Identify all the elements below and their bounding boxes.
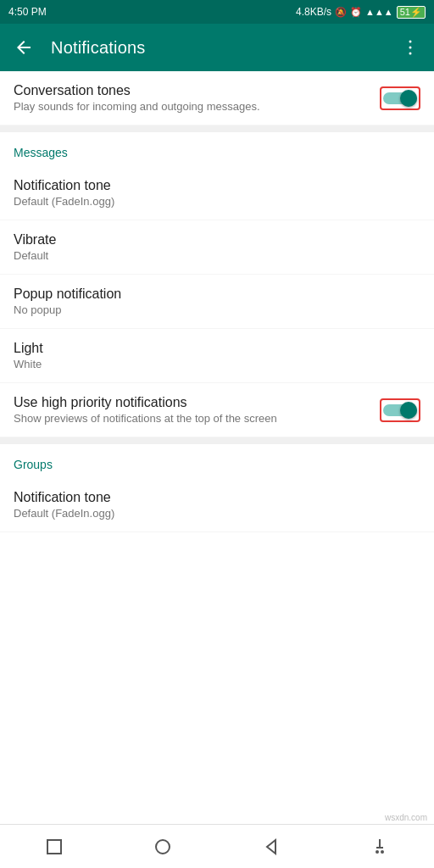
- setting-popup-notification[interactable]: Popup notification No popup: [0, 275, 434, 329]
- svg-point-10: [381, 850, 384, 854]
- network-speed: 4.8KB/s: [296, 6, 331, 18]
- setting-subtitle-high-priority: Show previews of notifications at the to…: [14, 412, 380, 425]
- setting-text-conversation-tones: Conversation tones Play sounds for incom…: [14, 83, 380, 113]
- setting-title-vibrate: Vibrate: [14, 232, 420, 248]
- setting-title-high-priority: Use high priority notifications: [14, 395, 380, 410]
- nav-square-button[interactable]: [31, 825, 78, 869]
- toggle-thumb-2: [400, 402, 417, 419]
- toggle-high-priority[interactable]: [383, 401, 417, 420]
- section-header-messages: Messages: [0, 132, 434, 166]
- toggle-conversation-tones-wrapper[interactable]: [380, 86, 420, 110]
- status-bar: 4:50 PM 4.8KB/s 🔕 ⏰ ▲▲▲ 51⚡: [0, 0, 434, 24]
- svg-point-9: [376, 850, 379, 854]
- nav-back-button[interactable]: [248, 825, 295, 869]
- content-area: Conversation tones Play sounds for incom…: [0, 71, 434, 811]
- svg-point-2: [409, 53, 412, 55]
- setting-text-high-priority: Use high priority notifications Show pre…: [14, 395, 380, 425]
- status-time: 4:50 PM: [8, 6, 47, 18]
- mute-icon: 🔕: [335, 7, 347, 18]
- section-top: Conversation tones Play sounds for incom…: [0, 71, 434, 125]
- setting-light[interactable]: Light White: [0, 329, 434, 383]
- svg-rect-3: [47, 840, 61, 854]
- section-groups: Groups Notification tone Default (FadeIn…: [0, 444, 434, 532]
- toggle-high-priority-wrapper[interactable]: [380, 398, 420, 422]
- more-options-button[interactable]: [393, 31, 427, 64]
- watermark: wsxdn.com: [0, 811, 434, 824]
- svg-point-0: [409, 41, 412, 43]
- setting-vibrate[interactable]: Vibrate Default: [0, 220, 434, 275]
- nav-recents-button[interactable]: [356, 825, 403, 869]
- setting-text-popup-notification: Popup notification No popup: [14, 287, 420, 316]
- signal-icon: ▲▲▲: [365, 7, 393, 17]
- setting-subtitle-vibrate: Default: [14, 249, 420, 262]
- back-button[interactable]: [7, 31, 41, 64]
- setting-title-popup-notification: Popup notification: [14, 287, 420, 302]
- setting-subtitle-groups-notification-tone: Default (FadeIn.ogg): [14, 507, 420, 520]
- setting-title-notification-tone: Notification tone: [14, 178, 420, 193]
- setting-high-priority[interactable]: Use high priority notifications Show pre…: [0, 383, 434, 437]
- svg-point-4: [156, 840, 170, 854]
- battery-icon: 51⚡: [397, 6, 426, 19]
- setting-text-light: Light White: [14, 341, 420, 370]
- page-title: Notifications: [51, 38, 383, 58]
- status-bar-left: 4:50 PM: [8, 6, 47, 18]
- setting-title-light: Light: [14, 341, 420, 356]
- setting-text-vibrate: Vibrate Default: [14, 232, 420, 262]
- setting-notification-tone[interactable]: Notification tone Default (FadeIn.ogg): [0, 166, 434, 220]
- setting-title-groups-notification-tone: Notification tone: [14, 490, 420, 505]
- setting-conversation-tones[interactable]: Conversation tones Play sounds for incom…: [0, 71, 434, 125]
- svg-point-1: [409, 47, 412, 49]
- setting-subtitle-notification-tone: Default (FadeIn.ogg): [14, 195, 420, 208]
- setting-groups-notification-tone[interactable]: Notification tone Default (FadeIn.ogg): [0, 478, 434, 532]
- nav-home-button[interactable]: [139, 825, 186, 869]
- divider-groups: [0, 437, 434, 444]
- app-bar: Notifications: [0, 24, 434, 71]
- setting-subtitle-conversation-tones: Play sounds for incoming and outgoing me…: [14, 100, 380, 113]
- svg-marker-5: [267, 840, 275, 854]
- status-bar-right: 4.8KB/s 🔕 ⏰ ▲▲▲ 51⚡: [296, 6, 426, 19]
- setting-subtitle-popup-notification: No popup: [14, 303, 420, 316]
- section-messages: Messages Notification tone Default (Fade…: [0, 132, 434, 437]
- bottom-nav: [0, 824, 434, 868]
- toggle-conversation-tones[interactable]: [383, 89, 417, 108]
- section-header-groups: Groups: [0, 444, 434, 478]
- setting-text-notification-tone: Notification tone Default (FadeIn.ogg): [14, 178, 420, 208]
- setting-text-groups-notification-tone: Notification tone Default (FadeIn.ogg): [14, 490, 420, 520]
- setting-title-conversation-tones: Conversation tones: [14, 83, 380, 98]
- setting-subtitle-light: White: [14, 358, 420, 370]
- alarm-icon: ⏰: [350, 7, 362, 18]
- divider-messages: [0, 125, 434, 132]
- toggle-thumb: [400, 90, 417, 107]
